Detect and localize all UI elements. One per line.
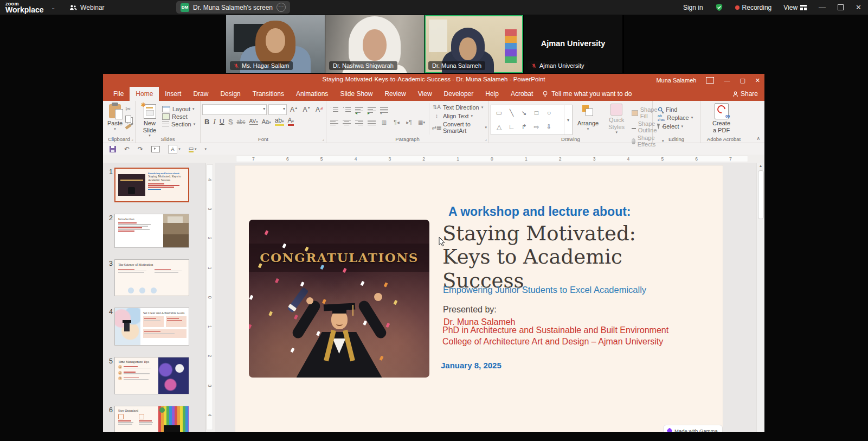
text-shadow-button[interactable]: S [228, 118, 233, 126]
tab-help[interactable]: Help [479, 87, 505, 101]
bold-button[interactable]: B [204, 118, 209, 126]
presenter-affiliation[interactable]: College of Architecture Art and Design –… [442, 337, 663, 347]
chevron-down-icon[interactable]: ⌄ [52, 5, 56, 10]
format-painter-icon[interactable] [125, 124, 132, 129]
save-icon[interactable] [110, 146, 116, 152]
vertical-ruler[interactable]: 432101234 [207, 164, 213, 430]
slide-kicker[interactable]: A workshop and lecture about: [448, 204, 631, 219]
arrange-button[interactable]: Arrange▾ [575, 103, 601, 135]
line-spacing-icon[interactable]: ▾ [380, 107, 388, 113]
vertical-scrollbar[interactable]: ▲ [756, 163, 764, 432]
tell-me-box[interactable]: Tell me what you want to do [542, 90, 632, 98]
slide-title[interactable]: Staying Motivated: Keys to Academic Succ… [442, 222, 681, 292]
create-pdf-button[interactable]: ∞ Create a PDF [710, 103, 733, 134]
slide-date[interactable]: January 8, 2025 [441, 361, 501, 370]
shape-icon[interactable]: ↱ [518, 120, 530, 133]
shape-icon[interactable]: ⇩ [543, 120, 555, 133]
decrease-indent-icon[interactable]: ◂ [355, 107, 363, 113]
tab-insert[interactable]: Insert [159, 87, 187, 101]
shape-icon[interactable]: ○ [543, 106, 555, 119]
new-slide-button[interactable]: ✱ New Slide▾ [137, 103, 162, 138]
tab-acrobat[interactable]: Acrobat [505, 87, 539, 101]
quick-styles-button[interactable]: Quick Styles▾ [603, 103, 629, 135]
slide-thumbnail-1[interactable]: 1 A workshop and lecture about: Staying … [103, 168, 205, 202]
presenter-credential[interactable]: PhD in Architecture and Sustainable and … [442, 325, 668, 335]
slide-1-editing-surface[interactable]: CONGRATULATIONS A workshop and l [235, 165, 723, 432]
slide-thumbnail-3[interactable]: 3 The Science of Motivation [103, 259, 205, 296]
scroll-up-icon[interactable]: ▲ [757, 164, 764, 168]
tab-draw[interactable]: Draw [187, 87, 214, 101]
start-slideshow-icon[interactable] [151, 146, 160, 152]
paragraph-dialog-launcher[interactable]: ⌟ [485, 137, 487, 142]
slide-thumbnail-6[interactable]: 6 Stay Organized [103, 406, 205, 432]
font-color-button[interactable]: A▾ [288, 118, 294, 126]
align-right-icon[interactable] [355, 119, 363, 126]
justify-icon[interactable] [368, 119, 376, 126]
convert-smartart-button[interactable]: ⇄▦Convert to SmartArt▾ [433, 121, 487, 134]
ppt-restore-button[interactable]: ▢ [740, 77, 745, 84]
slide-thumbnail-panel[interactable]: 1 A workshop and lecture about: Staying … [103, 163, 205, 432]
select-button[interactable]: Select▾ [658, 123, 698, 130]
tab-developer[interactable]: Developer [438, 87, 480, 101]
presented-by-label[interactable]: Presented by: [443, 305, 497, 315]
slide-thumbnail-2[interactable]: 2 Introduction [103, 214, 205, 248]
shapes-gallery-more-icon[interactable]: ▾ [564, 105, 572, 135]
italic-button[interactable]: I [213, 117, 215, 126]
grow-font-button[interactable]: A▲ [288, 106, 299, 113]
slide-thumbnail-4[interactable]: 4 Set Clear and Achievable Goals [103, 308, 205, 346]
font-dialog-launcher[interactable]: ⌟ [322, 137, 324, 142]
rtl-direction-icon[interactable]: ▸¶ [405, 119, 413, 126]
drawing-dialog-launcher[interactable]: ⌟ [648, 137, 651, 142]
slide-subtitle[interactable]: Empowering Junior Students to Excel Acad… [443, 285, 646, 295]
congratulations-photo[interactable]: CONGRATULATIONS [249, 220, 429, 378]
recording-indicator[interactable]: Recording [735, 4, 772, 11]
restore-button[interactable] [838, 4, 844, 10]
shape-icon[interactable]: ╲ [505, 106, 518, 119]
undo-icon[interactable]: ↶ [124, 145, 130, 153]
font-size-combobox[interactable] [268, 104, 287, 115]
border-color-quick-button[interactable]: ▭▾ [189, 146, 197, 152]
tab-webinar[interactable]: Webinar [69, 4, 104, 11]
copy-icon[interactable] [125, 116, 131, 123]
video-tile-ajman-university[interactable]: Ajman University Ajman University [524, 15, 623, 73]
share-button[interactable]: Share [732, 90, 758, 98]
shape-icon[interactable]: ↘ [518, 106, 530, 119]
align-center-icon[interactable] [343, 119, 351, 126]
collapse-ribbon-icon[interactable]: ∧ [756, 136, 760, 141]
made-with-gamma-badge[interactable]: Made with Gamma [663, 425, 723, 432]
text-direction-button[interactable]: ⇅AText Direction▾ [433, 104, 487, 111]
layout-button[interactable]: Layout▾ [162, 106, 195, 112]
sign-in-button[interactable]: Sign in [683, 4, 703, 11]
font-color-quick-button[interactable]: A▾ [168, 145, 181, 154]
redo-icon[interactable]: ↷ [138, 145, 143, 153]
horizontal-ruler[interactable]: 765432101234567 [236, 156, 748, 162]
shape-icon[interactable]: ∟ [505, 120, 518, 133]
clipboard-dialog-launcher[interactable]: ⌟ [131, 137, 133, 142]
section-button[interactable]: Section▾ [162, 121, 195, 127]
tab-transitions[interactable]: Transitions [247, 87, 290, 101]
ltr-direction-icon[interactable]: ¶◂ [393, 119, 401, 126]
highlight-color-button[interactable]: ab▾ [275, 118, 284, 126]
columns-icon[interactable]: ▥ [380, 119, 388, 126]
tab-design[interactable]: Design [214, 87, 246, 101]
minimize-button[interactable]: — [819, 3, 826, 11]
shape-icon[interactable]: □ [530, 106, 543, 119]
character-spacing-button[interactable]: AV▾ [249, 118, 258, 125]
scrollbar-thumb[interactable] [758, 170, 764, 219]
align-left-icon[interactable] [330, 119, 338, 126]
bullet-list-icon[interactable] [330, 107, 338, 113]
view-button[interactable]: View [783, 4, 807, 11]
tab-slide-show[interactable]: Slide Show [334, 87, 378, 101]
find-button[interactable]: Find [658, 106, 698, 113]
shape-icon[interactable]: △ [493, 120, 505, 133]
slide-thumbnail-5[interactable]: 5 Time Management Tips 1 2 3 [103, 357, 205, 394]
ppt-close-button[interactable]: ✕ [755, 77, 760, 84]
underline-button[interactable]: U [220, 118, 224, 125]
cut-icon[interactable]: ✂ [125, 105, 131, 113]
ribbon-display-options-icon[interactable] [706, 77, 714, 84]
tab-animations[interactable]: Animations [290, 87, 334, 101]
strikethrough-button[interactable]: abc [236, 119, 245, 125]
close-button[interactable]: ✕ [856, 3, 861, 11]
tab-view[interactable]: View [412, 87, 438, 101]
tab-review[interactable]: Review [378, 87, 412, 101]
